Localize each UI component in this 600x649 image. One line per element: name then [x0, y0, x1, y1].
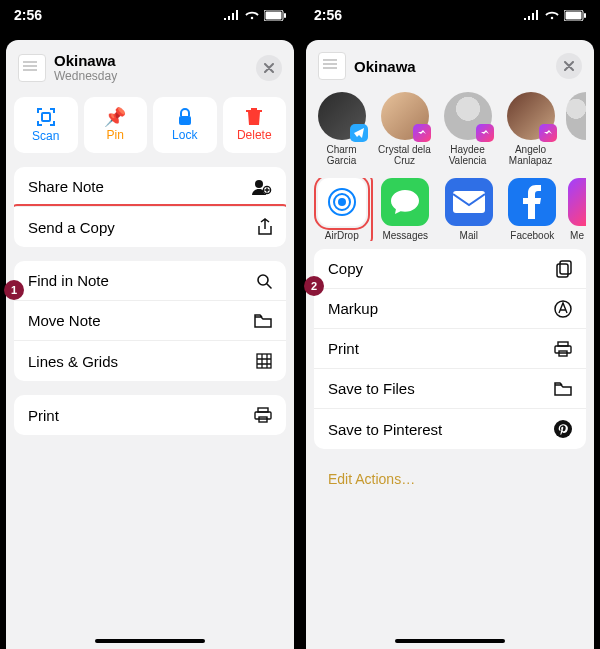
- share-note-row[interactable]: Share Note: [14, 167, 286, 207]
- copy-label: Copy: [328, 260, 363, 277]
- svg-rect-20: [557, 264, 568, 277]
- messenger-badge-icon: [413, 124, 431, 142]
- svg-point-16: [338, 198, 346, 206]
- telegram-badge-icon: [350, 124, 368, 142]
- contact-item[interactable]: Crystal dela Cruz: [377, 92, 432, 166]
- lines-grids-row[interactable]: Lines & Grids: [14, 341, 286, 381]
- print-label: Print: [28, 407, 59, 424]
- note-thumbnail: [318, 52, 346, 80]
- trash-icon: [246, 108, 262, 126]
- svg-rect-4: [179, 116, 191, 125]
- mail-label: Mail: [460, 230, 478, 241]
- note-title: Okinawa: [54, 52, 117, 69]
- contact-item[interactable]: [566, 92, 586, 166]
- lock-button[interactable]: Lock: [153, 97, 217, 153]
- home-indicator[interactable]: [95, 639, 205, 643]
- svg-rect-3: [42, 113, 50, 121]
- close-button[interactable]: [556, 53, 582, 79]
- note-title: Okinawa: [354, 58, 416, 75]
- contact-item[interactable]: Angelo Manlapaz: [503, 92, 558, 166]
- move-label: Move Note: [28, 312, 101, 329]
- avatar: [507, 92, 555, 140]
- print-row[interactable]: Print: [14, 395, 286, 435]
- contact-name: Crystal dela Cruz: [377, 144, 432, 166]
- actions-group: Copy Markup Print Save to Files Save to …: [314, 249, 586, 449]
- sheet-header: Okinawa Wednesday: [14, 48, 286, 91]
- lock-label: Lock: [172, 128, 197, 142]
- airdrop-icon: [318, 178, 366, 226]
- status-indicators: [524, 10, 586, 21]
- edit-actions-link[interactable]: Edit Actions…: [314, 463, 586, 495]
- avatar: [318, 92, 366, 140]
- annotation-badge-2: 2: [304, 276, 324, 296]
- airdrop-app[interactable]: AirDrop: [314, 178, 370, 241]
- close-button[interactable]: [256, 55, 282, 81]
- copy-icon: [556, 260, 572, 278]
- svg-rect-1: [266, 11, 282, 19]
- mail-app[interactable]: Mail: [441, 178, 497, 241]
- contacts-row[interactable]: Charm Garcia Crystal dela Cruz Haydee Va…: [314, 92, 586, 166]
- wifi-icon: [244, 10, 260, 20]
- messages-app[interactable]: Messages: [378, 178, 434, 241]
- annotation-badge-1: 1: [4, 280, 24, 300]
- find-label: Find in Note: [28, 272, 109, 289]
- folder-icon: [554, 382, 572, 396]
- note-thumbnail: [18, 54, 46, 82]
- contact-item[interactable]: Haydee Valencia: [440, 92, 495, 166]
- move-note-row[interactable]: Move Note: [14, 301, 286, 341]
- find-in-note-row[interactable]: Find in Note: [14, 261, 286, 301]
- pin-button[interactable]: 📌 Pin: [84, 97, 148, 153]
- phone-left: 2:56 Okinawa Wednesday: [0, 0, 300, 649]
- print-label: Print: [328, 340, 359, 357]
- contact-item[interactable]: Charm Garcia: [314, 92, 369, 166]
- facebook-label: Facebook: [510, 230, 554, 241]
- svg-point-5: [255, 180, 263, 188]
- messages-label: Messages: [382, 230, 428, 241]
- svg-rect-24: [555, 346, 571, 353]
- send-copy-label: Send a Copy: [28, 219, 115, 236]
- messages-icon: [381, 178, 429, 226]
- delete-label: Delete: [237, 128, 272, 142]
- status-time: 2:56: [14, 7, 42, 23]
- svg-rect-14: [566, 11, 582, 19]
- status-indicators: [224, 10, 286, 21]
- svg-rect-9: [257, 354, 271, 368]
- close-icon: [264, 63, 274, 73]
- save-to-files-row[interactable]: Save to Files: [314, 369, 586, 409]
- facebook-icon: [508, 178, 556, 226]
- avatar: [444, 92, 492, 140]
- scan-icon: [36, 107, 56, 127]
- action-sheet: Okinawa Wednesday Scan 📌 Pin: [6, 40, 294, 649]
- facebook-app[interactable]: Facebook: [505, 178, 561, 241]
- pinterest-icon: [554, 420, 572, 438]
- battery-icon: [264, 10, 286, 21]
- home-indicator[interactable]: [395, 639, 505, 643]
- svg-rect-2: [284, 13, 286, 18]
- messenger-app[interactable]: Me: [568, 178, 586, 241]
- copy-row[interactable]: Copy: [314, 249, 586, 289]
- print-row[interactable]: Print: [314, 329, 586, 369]
- messenger-label-cut: Me: [570, 230, 584, 241]
- search-icon: [256, 273, 272, 289]
- svg-point-26: [554, 420, 572, 438]
- battery-icon: [564, 10, 586, 21]
- save-to-pinterest-row[interactable]: Save to Pinterest: [314, 409, 586, 449]
- menu-group-3: Print: [14, 395, 286, 435]
- pin-icon: 📌: [104, 108, 126, 126]
- note-subtitle: Wednesday: [54, 69, 117, 83]
- messenger-badge-icon: [476, 124, 494, 142]
- delete-button[interactable]: Delete: [223, 97, 287, 153]
- send-copy-row[interactable]: Send a Copy: [14, 207, 286, 247]
- wifi-icon: [544, 10, 560, 20]
- collaborate-icon: [252, 179, 272, 195]
- printer-icon: [554, 341, 572, 357]
- apps-row[interactable]: AirDrop Messages Mail Facebook Me: [314, 178, 586, 241]
- menu-group-1: Share Note Send a Copy: [14, 167, 286, 247]
- scan-button[interactable]: Scan: [14, 97, 78, 153]
- status-bar: 2:56: [300, 0, 600, 30]
- edit-actions-label: Edit Actions…: [328, 471, 415, 487]
- svg-rect-15: [584, 13, 586, 18]
- phone-right: 2:56 Okinawa Charm Garcia: [300, 0, 600, 649]
- grid-icon: [256, 353, 272, 369]
- markup-row[interactable]: Markup: [314, 289, 586, 329]
